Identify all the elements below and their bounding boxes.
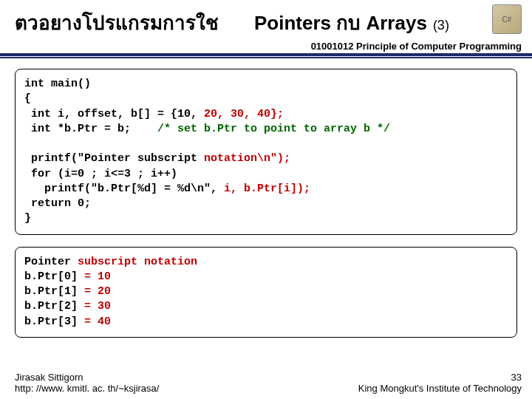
code-line: int i, offset, b[] = {10, [24,108,204,120]
out-line: b.Ptr[3] [24,316,84,328]
author-name: Jirasak Sittigorn [15,372,159,383]
out-line-red: = 10 [84,270,111,283]
out-line-red: = 40 [84,316,111,328]
out-line: Pointer [24,256,78,268]
source-code-box: int main() { int i, offset, b[] = {10, 2… [15,69,517,235]
page-number: 33 [358,372,522,383]
icon-label: C# [502,16,512,24]
code-line-red: 20, 30, 40}; [204,108,284,120]
out-line-red: subscript notation [78,256,197,268]
code-line: int main() [24,78,91,90]
course-code: 01001012 Principle of Computer Programmi… [0,41,532,56]
code-line: { [24,92,31,105]
code-line-red: notation\n"); [204,152,290,165]
institute-name: King Mongkut's Institute of Technology [358,383,522,395]
slide-header: ตวอยางโปรแกรมการใช Pointers กบ Arrays (3… [0,0,532,41]
out-line: b.Ptr[2] [24,300,84,313]
code-line: int *b.Ptr = b; [24,123,157,135]
code-line: } [24,212,31,225]
out-line: b.Ptr[1] [24,285,84,298]
code-line: printf("Pointer subscript [24,152,204,165]
out-line-red: = 20 [84,285,111,298]
footer-left: Jirasak Sittigorn http: //www. kmitl. ac… [15,372,159,395]
slide-content: int main() { int i, offset, b[] = {10, 2… [0,58,532,338]
code-line: printf("b.Ptr[%d] = %d\n", [24,183,224,195]
slide-footer: Jirasak Sittigorn http: //www. kmitl. ac… [0,372,532,395]
language-icon: C# [492,4,522,34]
out-line-red: = 30 [84,300,111,313]
footer-right: 33 King Mongkut's Institute of Technolog… [358,372,522,395]
code-comment: /* set b.Ptr to point to array b */ [157,123,390,135]
out-line: b.Ptr[0] [24,270,84,283]
title-thai: ตวอยางโปรแกรมการใช [15,7,219,38]
author-url: http: //www. kmitl. ac. th/~ksjirasa/ [15,383,159,395]
output-box: Pointer subscript notation b.Ptr[0] = 10… [15,247,517,338]
code-line: return 0; [24,197,91,210]
title-english: Pointers กบ Arrays [254,7,427,38]
title-number: (3) [433,18,449,33]
code-line: for (i=0 ; i<=3 ; i++) [24,168,177,180]
code-line-red: i, b.Ptr[i]); [224,183,310,195]
